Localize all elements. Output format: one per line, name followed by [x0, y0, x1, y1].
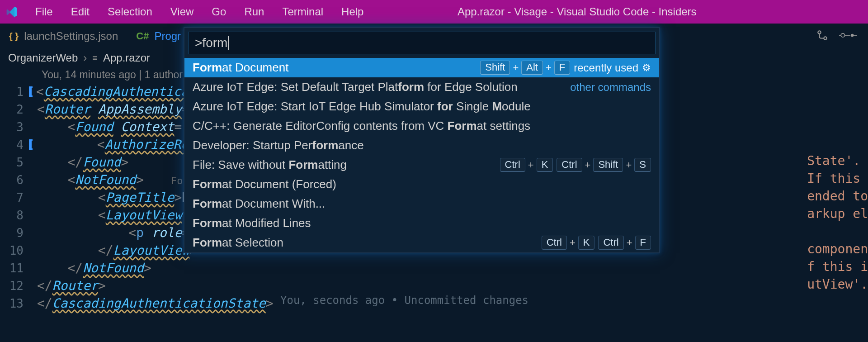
code-line[interactable]: 11 </NotFound>: [0, 259, 868, 277]
keyboard-shortcut: Ctrl+K: [500, 158, 553, 172]
menu-terminal[interactable]: Terminal: [273, 3, 332, 21]
line-number: 3: [0, 120, 28, 134]
vscode-icon: [5, 5, 18, 18]
command-label: Developer: Startup Performance: [193, 138, 651, 152]
command-palette-item[interactable]: Format DocumentShift+Alt+Frecently used⚙: [184, 58, 659, 77]
razor-file-icon: ≡: [92, 53, 98, 63]
command-label: Azure IoT Edge: Set Default Target Platf…: [193, 80, 570, 94]
line-number: 13: [0, 297, 28, 310]
line-number: 1: [0, 85, 28, 99]
command-palette-item[interactable]: C/C++: Generate EditorConfig contents fr…: [184, 116, 659, 136]
menu-file[interactable]: File: [26, 3, 62, 21]
gear-icon[interactable]: ⚙: [642, 62, 651, 74]
gitlens-inline-blame: You, seconds ago • Uncommitted changes: [280, 294, 528, 307]
svg-point-5: [851, 34, 854, 37]
line-number: 4: [0, 138, 28, 152]
menu-view[interactable]: View: [161, 3, 203, 21]
json-file-icon: { }: [9, 31, 19, 42]
command-palette-item[interactable]: File: Save without FormattingCtrl+KCtrl+…: [184, 155, 659, 175]
menu-bar: File Edit Selection View Go Run Terminal…: [26, 3, 373, 21]
line-number: 11: [0, 261, 28, 275]
command-label: File: Save without Formatting: [193, 158, 500, 172]
breadcrumb-folder[interactable]: OrganizerWeb: [8, 52, 78, 64]
keyboard-shortcut: Ctrl+K: [542, 236, 595, 250]
breadcrumb-separator: ›: [83, 52, 87, 64]
command-palette-item[interactable]: Azure IoT Edge: Set Default Target Platf…: [184, 77, 659, 97]
command-label: Format Document (Forced): [193, 177, 651, 191]
toolbar-icons: [816, 29, 868, 43]
command-palette-item[interactable]: Format Document (Forced): [184, 175, 659, 194]
line-number: 8: [0, 209, 28, 222]
error-hints: State'. If this ended to arkup el compon…: [807, 153, 868, 294]
command-palette-item[interactable]: Format Document With...: [184, 194, 659, 214]
menu-go[interactable]: Go: [203, 3, 235, 21]
svg-point-1: [824, 37, 827, 40]
input-text: >form: [195, 36, 227, 50]
text-cursor: [228, 36, 229, 50]
line-number: 7: [0, 191, 28, 204]
command-palette-list: Format DocumentShift+Alt+Frecently used⚙…: [184, 58, 659, 252]
title-bar: File Edit Selection View Go Run Terminal…: [0, 0, 868, 24]
line-number: 2: [0, 103, 28, 116]
command-palette-input[interactable]: >form: [188, 32, 656, 54]
menu-edit[interactable]: Edit: [62, 3, 99, 21]
command-palette-item[interactable]: Developer: Startup Performance: [184, 136, 659, 155]
command-label: Azure IoT Edge: Start IoT Edge Hub Simul…: [193, 100, 651, 114]
tab-program-cs[interactable]: C# Progr: [127, 24, 190, 49]
command-label: Format Modified Lines: [193, 216, 651, 230]
git-compare-icon[interactable]: [816, 29, 828, 43]
svg-point-2: [841, 33, 844, 37]
command-label: C/C++: Generate EditorConfig contents fr…: [193, 119, 651, 133]
keyboard-shortcut: Ctrl+Shift+S: [557, 158, 651, 172]
line-number: 10: [0, 244, 28, 257]
command-meta: Ctrl+KCtrl+F: [542, 236, 651, 250]
command-palette: >form Format DocumentShift+Alt+Frecently…: [184, 27, 660, 253]
command-palette-item[interactable]: Azure IoT Edge: Start IoT Edge Hub Simul…: [184, 97, 659, 116]
commit-graph-icon[interactable]: [839, 31, 857, 42]
menu-help[interactable]: Help: [332, 3, 373, 21]
command-meta: Shift+Alt+Frecently used⚙: [480, 61, 651, 75]
command-palette-item[interactable]: Format SelectionCtrl+KCtrl+F: [184, 233, 659, 252]
tab-label: Progr: [154, 30, 181, 43]
menu-run[interactable]: Run: [235, 3, 273, 21]
line-number: 6: [0, 173, 28, 187]
menu-selection[interactable]: Selection: [99, 3, 161, 21]
keyboard-shortcut: Ctrl+F: [598, 236, 651, 250]
command-label: Format Document: [193, 61, 480, 75]
tab-label: launchSettings.json: [24, 30, 118, 43]
csharp-file-icon: C#: [136, 30, 149, 42]
line-number: 12: [0, 279, 28, 293]
svg-point-0: [818, 31, 821, 34]
tab-launchsettings[interactable]: { } launchSettings.json: [0, 24, 127, 49]
command-palette-item[interactable]: Format Modified Lines: [184, 214, 659, 233]
keyboard-shortcut: Shift+Alt+F: [480, 61, 570, 75]
command-label: Format Selection: [193, 236, 542, 250]
breadcrumb-file[interactable]: App.razor: [103, 52, 150, 64]
line-number: 5: [0, 156, 28, 169]
code-line[interactable]: 12 </Router>: [0, 277, 868, 294]
command-meta: Ctrl+KCtrl+Shift+S: [500, 158, 651, 172]
command-group-label: other commands: [570, 81, 651, 94]
command-label: Format Document With...: [193, 197, 651, 211]
window-title: App.razor - Visage - Visual Studio Code …: [373, 5, 863, 18]
command-meta: other commands: [570, 81, 651, 94]
line-number: 9: [0, 226, 28, 240]
